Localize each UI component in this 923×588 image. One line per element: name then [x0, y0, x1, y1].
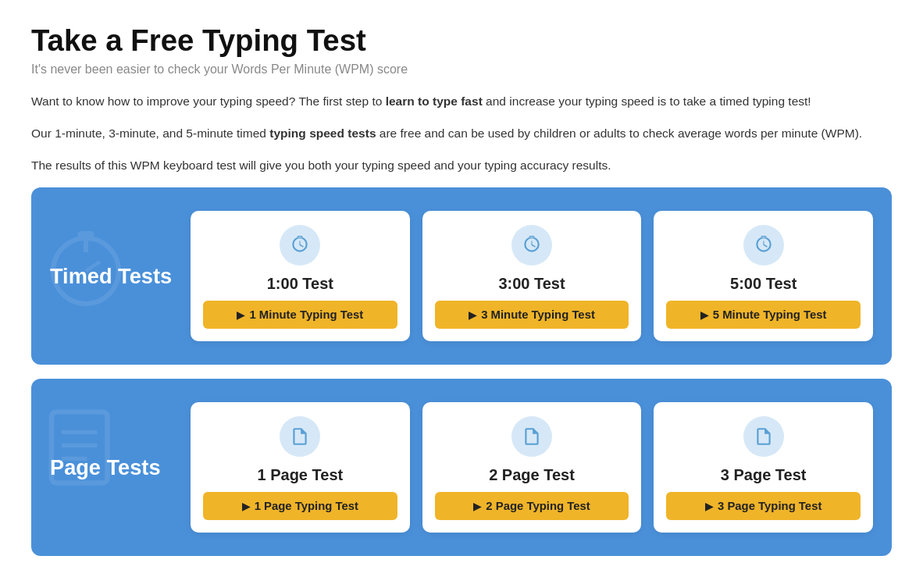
svg-rect-3	[78, 231, 94, 238]
document-icon-2	[522, 426, 542, 447]
timed-card-1-icon-circle	[280, 225, 320, 265]
timed-card-1-title: 1:00 Test	[267, 275, 333, 293]
timed-card-2-title: 3:00 Test	[498, 275, 565, 293]
page-card-1-button[interactable]: ▶ 1 Page Typing Test	[203, 492, 397, 520]
page-card-3-icon-circle	[743, 416, 784, 457]
paragraph-3: The results of this WPM keyboard test wi…	[31, 156, 892, 176]
page-card-2-icon-circle	[511, 416, 552, 457]
page-card-3-title: 3 Page Test	[721, 466, 807, 484]
page-card-1: 1 Page Test ▶ 1 Page Typing Test	[191, 402, 410, 533]
page-card-3-button[interactable]: ▶ 3 Page Typing Test	[666, 492, 861, 520]
play-icon-5: ▶	[473, 501, 481, 512]
page-subtitle: It's never been easier to check your Wor…	[31, 62, 892, 77]
timed-card-3-title: 5:00 Test	[730, 275, 796, 293]
play-icon-6: ▶	[705, 501, 713, 512]
timed-tests-cards-row: 1:00 Test ▶ 1 Minute Typing Test 3:00 Te…	[191, 211, 873, 341]
timed-card-3-button[interactable]: ▶ 5 Minute Typing Test	[666, 301, 861, 329]
page-card-1-title: 1 Page Test	[257, 466, 343, 484]
paragraph-2: Our 1-minute, 3-minute, and 5-minute tim…	[31, 124, 892, 144]
timed-card-2-icon-circle	[511, 225, 552, 265]
page-title: Take a Free Typing Test	[31, 23, 892, 58]
page-tests-label: Page Tests	[50, 455, 175, 480]
timed-card-1: 1:00 Test ▶ 1 Minute Typing Test	[191, 211, 410, 341]
document-icon-3	[754, 426, 774, 447]
play-icon-3: ▶	[700, 309, 708, 321]
timed-card-3: 5:00 Test ▶ 5 Minute Typing Test	[654, 211, 873, 341]
play-icon-2: ▶	[469, 309, 476, 321]
timed-tests-section: Timed Tests 1:00 Test ▶ 1 Minute Typing …	[31, 187, 892, 365]
stopwatch-icon-1	[290, 235, 310, 255]
page-card-2-button[interactable]: ▶ 2 Page Typing Test	[435, 492, 629, 520]
paragraph-1: Want to know how to improve your typing …	[31, 92, 892, 112]
timed-card-2-button[interactable]: ▶ 3 Minute Typing Test	[435, 301, 629, 329]
page-card-1-icon-circle	[280, 416, 320, 457]
page-tests-cards-row: 1 Page Test ▶ 1 Page Typing Test 2 Page …	[191, 402, 873, 533]
stopwatch-icon-3	[754, 235, 774, 255]
page-tests-section: Page Tests 1 Page Test ▶ 1 Page Typing T…	[31, 379, 892, 556]
page-card-2: 2 Page Test ▶ 2 Page Typing Test	[422, 402, 642, 533]
play-icon-1: ▶	[237, 309, 244, 321]
timed-card-3-icon-circle	[743, 225, 784, 265]
timed-card-1-button[interactable]: ▶ 1 Minute Typing Test	[203, 301, 397, 329]
page-card-2-title: 2 Page Test	[489, 466, 575, 484]
timed-tests-label: Timed Tests	[50, 264, 175, 289]
timed-card-2: 3:00 Test ▶ 3 Minute Typing Test	[422, 211, 642, 341]
stopwatch-icon-2	[522, 235, 542, 255]
play-icon-4: ▶	[242, 501, 250, 512]
page-card-3: 3 Page Test ▶ 3 Page Typing Test	[654, 402, 873, 533]
document-icon-1	[290, 426, 310, 447]
